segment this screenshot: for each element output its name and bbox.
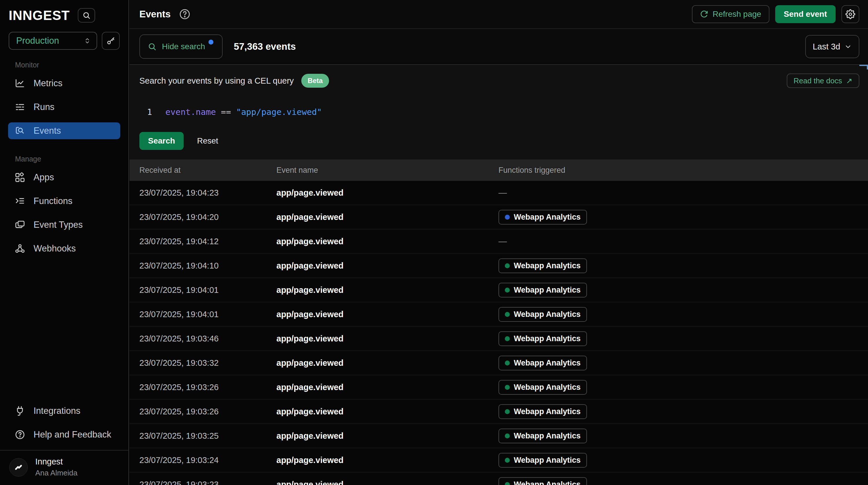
cell-received-at: 23/07/2025, 19:04:01 bbox=[129, 310, 276, 319]
function-badge[interactable]: Webapp Analytics bbox=[498, 404, 587, 419]
cell-received-at: 23/07/2025, 19:03:46 bbox=[129, 334, 276, 343]
sidebar-item-label: Integrations bbox=[34, 406, 81, 416]
external-link-icon: ↗ bbox=[846, 77, 852, 85]
sidebar-nav: MonitorMetricsRunsEventsManageAppsFuncti… bbox=[0, 50, 128, 264]
hide-search-button[interactable]: Hide search bbox=[140, 34, 223, 59]
time-range-dropdown[interactable]: Last 3d bbox=[805, 35, 859, 58]
table-row[interactable]: 23/07/2025, 19:04:23app/page.viewed— bbox=[129, 181, 868, 205]
cell-received-at: 23/07/2025, 19:04:10 bbox=[129, 261, 276, 270]
table-row[interactable]: 23/07/2025, 19:03:26app/page.viewedWebap… bbox=[129, 400, 868, 424]
webhooks-icon bbox=[14, 243, 26, 254]
global-search-button[interactable] bbox=[78, 8, 95, 23]
function-badge[interactable]: Webapp Analytics bbox=[498, 453, 587, 468]
table-row[interactable]: 23/07/2025, 19:04:01app/page.viewedWebap… bbox=[129, 303, 868, 327]
function-badge[interactable]: Webapp Analytics bbox=[498, 307, 587, 322]
function-status-dot bbox=[505, 385, 510, 390]
chevron-down-icon bbox=[844, 43, 852, 50]
read-docs-label: Read the docs bbox=[794, 77, 842, 85]
cel-search-panel: Search your events by using a CEL query … bbox=[129, 64, 868, 160]
function-badge-label: Webapp Analytics bbox=[514, 480, 581, 485]
table-row[interactable]: 23/07/2025, 19:03:24app/page.viewedWebap… bbox=[129, 448, 868, 473]
function-badge[interactable]: Webapp Analytics bbox=[498, 380, 587, 395]
table-row[interactable]: 23/07/2025, 19:03:25app/page.viewedWebap… bbox=[129, 424, 868, 448]
code-property: event.name bbox=[165, 107, 216, 117]
apps-grid-icon bbox=[14, 172, 26, 183]
function-badge-label: Webapp Analytics bbox=[514, 407, 581, 416]
main-content: Events Refresh page Send event bbox=[129, 0, 868, 485]
cell-functions-triggered: Webapp Analytics bbox=[498, 453, 868, 468]
cell-event-name: app/page.viewed bbox=[276, 285, 498, 295]
table-row[interactable]: 23/07/2025, 19:04:20app/page.viewedWebap… bbox=[129, 205, 868, 229]
refresh-icon bbox=[700, 10, 708, 18]
sidebar-item-apps[interactable]: Apps bbox=[8, 169, 120, 186]
function-status-dot bbox=[505, 458, 510, 463]
refresh-page-button[interactable]: Refresh page bbox=[692, 5, 769, 23]
function-badge[interactable]: Webapp Analytics bbox=[498, 331, 587, 346]
environment-selector[interactable]: Production bbox=[9, 32, 97, 50]
time-range-value: Last 3d bbox=[813, 42, 840, 52]
cell-functions-triggered: — bbox=[498, 188, 868, 198]
sidebar-item-help-and-feedback[interactable]: Help and Feedback bbox=[8, 426, 120, 443]
table-row[interactable]: 23/07/2025, 19:04:10app/page.viewedWebap… bbox=[129, 254, 868, 278]
sidebar-item-label: Metrics bbox=[34, 78, 62, 89]
sidebar-item-events[interactable]: Events bbox=[8, 122, 120, 139]
cell-event-name: app/page.viewed bbox=[276, 407, 498, 417]
function-badge[interactable]: Webapp Analytics bbox=[498, 283, 587, 297]
reset-button[interactable]: Reset bbox=[197, 136, 218, 146]
code-operator: == bbox=[216, 107, 236, 117]
cell-functions-triggered: Webapp Analytics bbox=[498, 258, 868, 273]
sidebar-item-label: Help and Feedback bbox=[34, 429, 111, 440]
empty-cell-dash: — bbox=[498, 237, 507, 246]
notification-dot bbox=[209, 40, 213, 45]
read-the-docs-button[interactable]: Read the docs ↗ bbox=[787, 74, 859, 88]
function-status-dot bbox=[505, 409, 510, 414]
cell-received-at: 23/07/2025, 19:03:26 bbox=[129, 407, 276, 417]
cell-event-name: app/page.viewed bbox=[276, 480, 498, 485]
environment-value: Production bbox=[16, 36, 59, 46]
cell-functions-triggered: Webapp Analytics bbox=[498, 331, 868, 346]
table-row[interactable]: 23/07/2025, 19:03:32app/page.viewedWebap… bbox=[129, 351, 868, 375]
send-event-button[interactable]: Send event bbox=[775, 5, 836, 23]
sidebar-item-webhooks[interactable]: Webhooks bbox=[8, 240, 120, 257]
events-table-body: 23/07/2025, 19:04:23app/page.viewed—23/0… bbox=[129, 181, 868, 485]
function-badge[interactable]: Webapp Analytics bbox=[498, 210, 587, 225]
table-row[interactable]: 23/07/2025, 19:04:01app/page.viewedWebap… bbox=[129, 278, 868, 303]
sidebar-footer: IntegrationsHelp and Feedback Inngest An… bbox=[0, 402, 128, 485]
cell-functions-triggered: Webapp Analytics bbox=[498, 477, 868, 485]
sidebar-item-label: Runs bbox=[34, 102, 54, 112]
sidebar-item-metrics[interactable]: Metrics bbox=[8, 75, 120, 92]
table-row[interactable]: 23/07/2025, 19:04:12app/page.viewed— bbox=[129, 229, 868, 254]
send-event-label: Send event bbox=[784, 9, 827, 19]
function-badge[interactable]: Webapp Analytics bbox=[498, 477, 587, 485]
settings-button[interactable] bbox=[841, 5, 859, 23]
function-badge-label: Webapp Analytics bbox=[514, 310, 581, 319]
sidebar-item-runs[interactable]: Runs bbox=[8, 99, 120, 115]
sidebar-item-functions[interactable]: Functions bbox=[8, 193, 120, 209]
profile-menu[interactable]: Inngest Ana Almeida bbox=[8, 451, 120, 485]
editor-focus-corner bbox=[859, 65, 868, 69]
help-icon bbox=[14, 429, 26, 440]
table-row[interactable]: 23/07/2025, 19:03:23app/page.viewedWebap… bbox=[129, 473, 868, 485]
page-help-icon[interactable] bbox=[179, 8, 191, 20]
cell-event-name: app/page.viewed bbox=[276, 431, 498, 441]
cell-functions-triggered: Webapp Analytics bbox=[498, 283, 868, 297]
key-icon bbox=[106, 36, 115, 46]
event-keys-button[interactable] bbox=[102, 32, 120, 50]
sidebar-item-integrations[interactable]: Integrations bbox=[8, 402, 120, 419]
page-header: Events Refresh page Send event bbox=[129, 0, 868, 29]
table-row[interactable]: 23/07/2025, 19:03:46app/page.viewedWebap… bbox=[129, 327, 868, 351]
function-status-dot bbox=[505, 336, 510, 341]
sidebar-footer-items: IntegrationsHelp and Feedback bbox=[8, 402, 120, 443]
column-header-event-name: Event name bbox=[276, 166, 498, 175]
table-row[interactable]: 23/07/2025, 19:03:26app/page.viewedWebap… bbox=[129, 375, 868, 400]
search-button[interactable]: Search bbox=[140, 132, 184, 150]
cel-query-editor[interactable]: 1 event.name == "app/page.viewed" bbox=[140, 107, 859, 117]
sidebar-item-event-types[interactable]: Event Types bbox=[8, 217, 120, 233]
sidebar-item-label: Events bbox=[34, 125, 61, 136]
function-badge[interactable]: Webapp Analytics bbox=[498, 258, 587, 273]
cell-event-name: app/page.viewed bbox=[276, 334, 498, 343]
function-badge[interactable]: Webapp Analytics bbox=[498, 429, 587, 443]
chart-line-icon bbox=[14, 78, 26, 89]
function-badge[interactable]: Webapp Analytics bbox=[498, 355, 587, 370]
cell-event-name: app/page.viewed bbox=[276, 237, 498, 246]
